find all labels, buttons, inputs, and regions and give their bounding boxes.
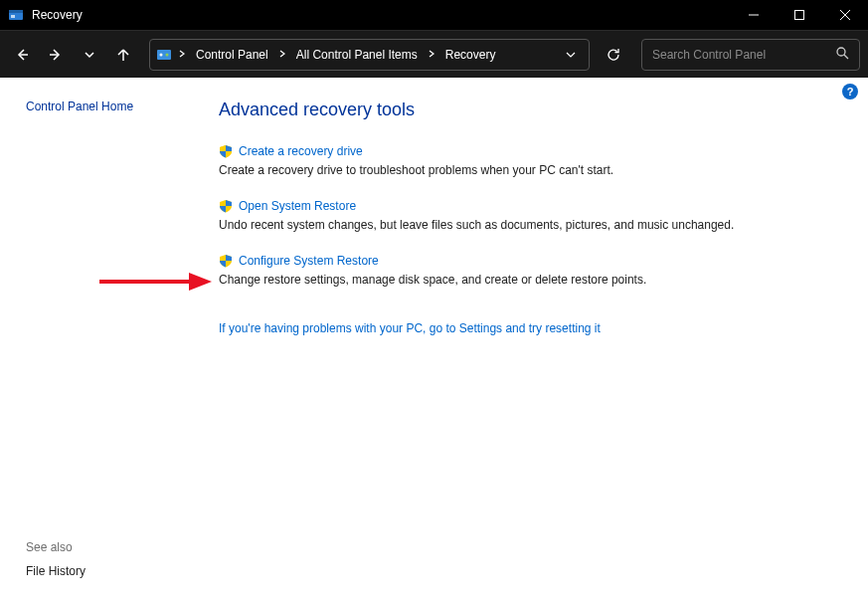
close-button[interactable]	[822, 0, 868, 30]
sidebar: Control Panel Home See also File History	[0, 78, 199, 604]
refresh-button[interactable]	[596, 39, 631, 71]
forward-button[interactable]	[42, 41, 70, 69]
tool-item: Configure System Restore Change restore …	[219, 254, 848, 289]
content-area: ? Control Panel Home See also File Histo…	[0, 78, 868, 604]
shield-icon	[219, 199, 233, 213]
breadcrumb-all-items[interactable]: All Control Panel Items	[292, 46, 422, 64]
back-button[interactable]	[8, 41, 36, 69]
search-input[interactable]	[652, 48, 835, 62]
search-box[interactable]	[641, 39, 860, 71]
svg-rect-2	[11, 15, 15, 18]
chevron-right-icon[interactable]	[426, 49, 437, 60]
svg-point-10	[160, 53, 163, 56]
navigation-bar: Control Panel All Control Panel Items Re…	[0, 30, 868, 78]
tool-description: Create a recovery drive to troubleshoot …	[219, 162, 848, 179]
search-icon[interactable]	[835, 46, 849, 63]
see-also-heading: See also	[26, 540, 86, 554]
svg-line-13	[844, 55, 848, 59]
shield-icon	[219, 144, 233, 158]
reset-pc-settings-link[interactable]: If you're having problems with your PC, …	[219, 321, 601, 335]
help-button[interactable]: ?	[842, 84, 858, 100]
app-icon	[8, 7, 24, 23]
svg-rect-4	[795, 11, 804, 20]
tool-description: Undo recent system changes, but leave fi…	[219, 217, 848, 234]
title-bar: Recovery	[0, 0, 868, 30]
configure-system-restore-link[interactable]: Configure System Restore	[239, 254, 379, 268]
svg-point-12	[837, 48, 845, 56]
address-bar[interactable]: Control Panel All Control Panel Items Re…	[149, 39, 590, 71]
breadcrumb-recovery[interactable]: Recovery	[441, 46, 500, 64]
window-controls	[731, 0, 868, 30]
minimize-button[interactable]	[731, 0, 777, 30]
chevron-right-icon[interactable]	[276, 49, 288, 60]
window-title: Recovery	[32, 8, 83, 22]
svg-rect-9	[157, 50, 171, 60]
address-dropdown-button[interactable]	[559, 50, 583, 60]
breadcrumb-control-panel[interactable]: Control Panel	[192, 46, 272, 64]
control-panel-home-link[interactable]: Control Panel Home	[26, 100, 199, 113]
file-history-link[interactable]: File History	[26, 564, 86, 578]
tool-description: Change restore settings, manage disk spa…	[219, 272, 848, 289]
maximize-button[interactable]	[777, 0, 822, 30]
svg-rect-1	[9, 10, 23, 13]
svg-point-11	[166, 53, 169, 56]
up-button[interactable]	[109, 41, 137, 69]
shield-icon	[219, 254, 233, 268]
main-panel: Advanced recovery tools Create a recover…	[219, 100, 848, 335]
chevron-right-icon[interactable]	[176, 49, 188, 60]
control-panel-icon	[156, 47, 172, 63]
page-title: Advanced recovery tools	[219, 100, 848, 120]
tool-item: Open System Restore Undo recent system c…	[219, 199, 848, 234]
open-system-restore-link[interactable]: Open System Restore	[239, 199, 356, 213]
recent-locations-button[interactable]	[76, 41, 103, 69]
tool-item: Create a recovery drive Create a recover…	[219, 144, 848, 179]
create-recovery-drive-link[interactable]: Create a recovery drive	[239, 144, 363, 158]
